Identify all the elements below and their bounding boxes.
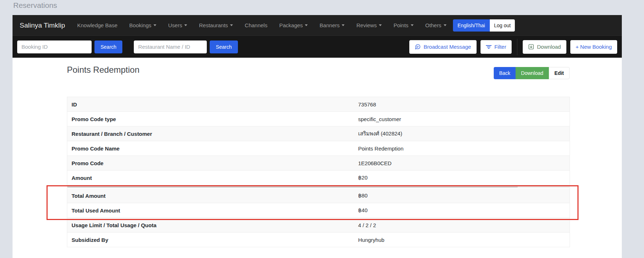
detail-action-group: Back Download Edit <box>494 67 570 79</box>
chevron-down-icon <box>342 24 345 26</box>
top-navbar: Salinya Timklip Knowledge Base Bookings … <box>13 15 622 35</box>
filter-button[interactable]: Filter <box>480 40 512 54</box>
table-row: Usage Limit / Total Usage / Quota 4 / 2 … <box>67 218 570 233</box>
nav-item-label: Knowledge Base <box>77 22 118 28</box>
row-value: ฿80 <box>358 192 570 199</box>
chevron-down-icon <box>411 24 414 26</box>
edit-button[interactable]: Edit <box>549 67 570 79</box>
toolbar-divider <box>517 39 517 55</box>
app-shell: Salinya Timklip Knowledge Base Bookings … <box>13 15 622 258</box>
row-value: ฿40 <box>358 207 570 214</box>
promo-detail-table: ID 735768 Promo Code type specific_custo… <box>67 97 570 247</box>
row-label: Usage Limit / Total Usage / Quota <box>67 222 358 228</box>
chevron-down-icon <box>184 24 187 26</box>
row-label: Restaurant / Branch / Customer <box>67 131 358 137</box>
download-icon <box>528 44 534 50</box>
nav-item-label: Restaurants <box>199 22 228 28</box>
row-label: Total Used Amount <box>67 207 358 214</box>
user-brand: Salinya Timklip <box>20 22 65 29</box>
logout-button[interactable]: Log out <box>490 19 515 32</box>
new-booking-button[interactable]: + New Booking <box>570 40 617 54</box>
nav-item-label: Channels <box>245 22 267 28</box>
table-row: Promo Code type specific_customer <box>67 112 570 126</box>
row-label: Subsidized By <box>67 237 358 243</box>
nav-item-label: Reviews <box>356 22 377 28</box>
table-row: ID 735768 <box>67 97 570 112</box>
nav-item-packages[interactable]: Packages <box>279 22 308 28</box>
search-toolbar: Search Search Broadcast Message <box>13 35 622 58</box>
chevron-down-icon <box>379 24 382 26</box>
row-label: ID <box>67 101 358 108</box>
broadcast-message-button[interactable]: Broadcast Message <box>409 40 477 54</box>
row-value: ฿20 <box>358 175 570 181</box>
booking-search-button[interactable]: Search <box>94 40 122 53</box>
row-value: 735768 <box>358 101 570 108</box>
detail-title: Points Redemption <box>67 65 140 75</box>
table-row: Total Amount ฿80 <box>67 188 570 203</box>
download-label: Download <box>537 44 561 50</box>
broadcast-icon <box>415 44 421 50</box>
horizontal-scrollbar[interactable] <box>67 185 570 188</box>
nav-item-restaurants[interactable]: Restaurants <box>199 22 233 28</box>
row-value: Points Redemption <box>358 145 570 152</box>
scrollbar-thumb[interactable] <box>67 186 518 188</box>
row-value: Hungryhub <box>358 237 570 243</box>
page-heading: Reservations <box>13 1 57 10</box>
nav-item-label: Bookings <box>129 22 151 28</box>
row-label: Promo Code Name <box>67 145 358 152</box>
nav-item-others[interactable]: Others <box>425 22 447 28</box>
row-value: เสริมพงศ์ (402824) <box>358 129 570 138</box>
main-content: Points Redemption Back Download Edit ID … <box>13 58 622 258</box>
restaurant-search-button[interactable]: Search <box>210 40 238 53</box>
download-list-button[interactable]: Download <box>523 40 566 54</box>
table-row: Subsidized By Hungryhub <box>67 233 570 247</box>
nav-item-points[interactable]: Points <box>394 22 414 28</box>
table-row: Promo Code Name Points Redemption <box>67 141 570 156</box>
nav-item-reviews[interactable]: Reviews <box>356 22 382 28</box>
chevron-down-icon <box>444 24 447 26</box>
back-button[interactable]: Back <box>494 67 516 79</box>
table-row: Total Used Amount ฿40 <box>67 203 570 218</box>
filter-label: Filter <box>494 44 506 50</box>
nav-item-banners[interactable]: Banners <box>319 22 345 28</box>
chevron-down-icon <box>305 24 308 26</box>
row-label: Amount <box>67 175 358 181</box>
nav-item-knowledge-base[interactable]: Knowledge Base <box>77 22 118 28</box>
table-row: Restaurant / Branch / Customer เสริมพงศ์… <box>67 126 570 141</box>
restaurant-search-input[interactable] <box>134 40 207 53</box>
broadcast-message-label: Broadcast Message <box>424 44 471 50</box>
nav-item-label: Packages <box>279 22 303 28</box>
row-value: 1E206B0CED <box>358 160 570 166</box>
nav-item-label: Points <box>394 22 409 28</box>
nav-menu: Knowledge Base Bookings Users Restaurant… <box>77 22 447 28</box>
nav-item-users[interactable]: Users <box>168 22 187 28</box>
table-row: Promo Code 1E206B0CED <box>67 156 570 171</box>
row-value: specific_customer <box>358 116 570 122</box>
chevron-down-icon <box>230 24 233 26</box>
nav-item-bookings[interactable]: Bookings <box>129 22 156 28</box>
download-detail-button[interactable]: Download <box>516 67 548 79</box>
nav-buttons: English/Thai Log out <box>453 19 515 32</box>
row-value: 4 / 2 / 2 <box>358 222 570 228</box>
row-label: Promo Code type <box>67 116 358 122</box>
new-booking-label: + New Booking <box>576 44 612 50</box>
screen: Reservations Salinya Timklip Knowledge B… <box>0 0 644 258</box>
row-label: Total Amount <box>67 193 358 199</box>
toolbar-right-group: Broadcast Message Filter <box>409 39 617 55</box>
nav-item-label: Banners <box>319 22 340 28</box>
chevron-down-icon <box>153 24 156 26</box>
nav-item-channels[interactable]: Channels <box>245 22 267 28</box>
filter-icon <box>486 44 492 49</box>
table-row: Amount ฿20 <box>67 171 570 185</box>
row-label: Promo Code <box>67 160 358 166</box>
nav-item-label: Users <box>168 22 182 28</box>
booking-id-input[interactable] <box>17 40 92 53</box>
language-toggle-button[interactable]: English/Thai <box>453 19 490 32</box>
nav-item-label: Others <box>425 22 441 28</box>
